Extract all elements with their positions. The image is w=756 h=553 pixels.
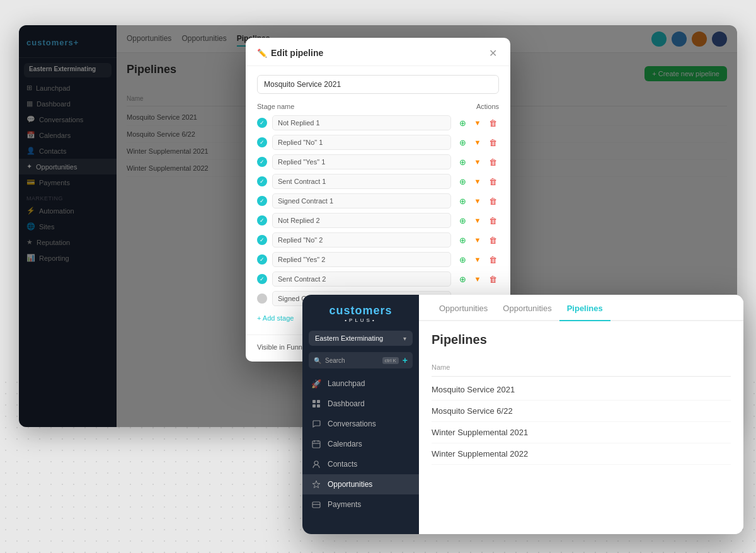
stage-check-icon: ✓ (257, 137, 267, 147)
stage-filter-btn-8[interactable]: ▼ (471, 273, 484, 285)
stage-row-1: ✓ ⊕ ▼ 🗑 (257, 135, 499, 150)
stage-row-2: ✓ ⊕ ▼ 🗑 (257, 154, 499, 169)
stage-row-3: ✓ ⊕ ▼ 🗑 (257, 174, 499, 189)
stage-input-6[interactable] (272, 232, 451, 248)
fg-tab-opportunities-1[interactable]: Opportunities (432, 295, 495, 321)
stage-input-4[interactable] (272, 193, 451, 208)
fg-content: Opportunities Opportunities Pipelines Pi… (419, 295, 743, 534)
stage-filter-btn-6[interactable]: ▼ (471, 234, 484, 246)
fg-logo-sub: •PLUS• (345, 317, 377, 323)
stage-delete-btn-3[interactable]: 🗑 (486, 175, 499, 188)
fg-search-bar[interactable]: 🔍 Search ctrl K + (309, 352, 413, 368)
stage-delete-btn-2[interactable]: 🗑 (486, 156, 499, 168)
fg-nav-contacts[interactable]: Contacts (302, 454, 419, 474)
stage-row-0: ✓ ⊕ ▼ 🗑 (257, 115, 499, 130)
stage-filter-btn-7[interactable]: ▼ (471, 253, 484, 266)
stage-actions-2: ⊕ ▼ 🗑 (456, 156, 499, 168)
stage-check-icon: ✓ (257, 254, 267, 265)
fg-tab-pipelines[interactable]: Pipelines (559, 295, 610, 321)
opportunities-icon (311, 479, 321, 489)
stage-input-0[interactable] (272, 115, 451, 130)
stage-actions-7: ⊕ ▼ 🗑 (456, 253, 499, 266)
stage-add-btn-0[interactable]: ⊕ (456, 117, 469, 129)
stage-input-7[interactable] (272, 252, 451, 267)
stage-check-icon: ✓ (257, 118, 267, 128)
fg-search-text: Search (325, 357, 379, 364)
fg-table-row-0[interactable]: Mosquito Service 2021 (432, 379, 731, 401)
stage-actions-8: ⊕ ▼ 🗑 (456, 273, 499, 285)
stage-filter-btn-3[interactable]: ▼ (471, 175, 484, 188)
stage-delete-btn-4[interactable]: 🗑 (486, 195, 499, 207)
fg-nav-payments[interactable]: Payments (302, 494, 419, 515)
fg-table-row-2[interactable]: Winter Supplemental 2021 (432, 422, 731, 443)
pipeline-name-input[interactable] (257, 75, 499, 94)
fg-nav-dashboard[interactable]: Dashboard (302, 394, 419, 414)
stage-input-3[interactable] (272, 174, 451, 189)
stage-filter-btn-4[interactable]: ▼ (471, 195, 484, 207)
svg-rect-3 (317, 404, 320, 408)
close-button[interactable]: ✕ (486, 47, 499, 59)
actions-label: Actions (476, 103, 499, 110)
launchpad-icon: 🚀 (311, 379, 321, 389)
stage-filter-btn-1[interactable]: ▼ (471, 136, 484, 149)
stage-add-btn-6[interactable]: ⊕ (456, 234, 469, 246)
stage-check-icon: ✓ (257, 157, 267, 167)
fg-nav-launchpad[interactable]: 🚀 Launchpad (302, 373, 419, 394)
stage-input-5[interactable] (272, 213, 451, 228)
stage-check-icon: ✓ (257, 235, 267, 245)
fg-nav-opportunities[interactable]: Opportunities (302, 474, 419, 494)
fg-tab-opportunities-2[interactable]: Opportunities (495, 295, 559, 321)
chevron-down-icon: ▾ (403, 335, 406, 342)
svg-rect-4 (312, 441, 320, 448)
calendar-icon (311, 439, 321, 449)
modal-header: ✏️ Edit pipeline ✕ (246, 38, 510, 66)
stage-input-2[interactable] (272, 154, 451, 169)
fg-table-row-1[interactable]: Mosquito Service 6/22 (432, 401, 731, 422)
stage-row-4: ✓ ⊕ ▼ 🗑 (257, 193, 499, 208)
payments-icon (311, 499, 321, 510)
stage-filter-btn-5[interactable]: ▼ (471, 214, 484, 227)
fg-account-selector[interactable]: Eastern Exterminating ▾ (309, 331, 413, 346)
stage-add-btn-8[interactable]: ⊕ (456, 273, 469, 285)
stage-section-header: Stage name Actions (257, 103, 499, 110)
modal-title: ✏️ Edit pipeline (257, 48, 323, 58)
stage-check-icon: ✓ (257, 215, 267, 225)
stage-add-btn-2[interactable]: ⊕ (456, 156, 469, 168)
stage-delete-btn-7[interactable]: 🗑 (486, 253, 499, 266)
stage-row-6: ✓ ⊕ ▼ 🗑 (257, 232, 499, 248)
stage-input-8[interactable] (272, 271, 451, 287)
stage-actions-0: ⊕ ▼ 🗑 (456, 117, 499, 129)
stage-actions-5: ⊕ ▼ 🗑 (456, 214, 499, 227)
stage-add-btn-5[interactable]: ⊕ (456, 214, 469, 227)
fg-table-row-3[interactable]: Winter Supplemental 2022 (432, 443, 731, 465)
chat-icon (311, 419, 321, 429)
stage-add-btn-7[interactable]: ⊕ (456, 253, 469, 266)
stage-add-btn-3[interactable]: ⊕ (456, 175, 469, 188)
fg-account-name: Eastern Exterminating (315, 334, 383, 342)
stage-name-label: Stage name (257, 103, 294, 110)
foreground-panel: customers •PLUS• Eastern Exterminating ▾… (302, 295, 743, 534)
stage-row-5: ✓ ⊕ ▼ 🗑 (257, 213, 499, 228)
stage-delete-btn-0[interactable]: 🗑 (486, 117, 499, 129)
stage-delete-btn-1[interactable]: 🗑 (486, 136, 499, 149)
stage-add-btn-4[interactable]: ⊕ (456, 195, 469, 207)
stage-delete-btn-6[interactable]: 🗑 (486, 234, 499, 246)
stage-delete-btn-8[interactable]: 🗑 (486, 273, 499, 285)
stage-actions-6: ⊕ ▼ 🗑 (456, 234, 499, 246)
stage-check-icon: ✓ (257, 176, 267, 186)
stage-input-1[interactable] (272, 135, 451, 150)
stage-check-icon: ✓ (257, 274, 267, 284)
stage-delete-btn-5[interactable]: 🗑 (486, 214, 499, 227)
fg-page-title: Pipelines (432, 333, 731, 347)
stage-filter-btn-2[interactable]: ▼ (471, 156, 484, 168)
stage-add-btn-1[interactable]: ⊕ (456, 136, 469, 149)
stage-actions-4: ⊕ ▼ 🗑 (456, 195, 499, 207)
fg-logo: customers •PLUS• (311, 305, 410, 323)
fg-nav-calendars[interactable]: Calendars (302, 434, 419, 454)
svg-rect-2 (312, 404, 316, 408)
stage-filter-btn-0[interactable]: ▼ (471, 117, 484, 129)
stage-uncheck-icon (257, 294, 267, 304)
edit-icon: ✏️ (257, 48, 267, 58)
search-add-icon[interactable]: + (403, 355, 408, 365)
fg-nav-conversations[interactable]: Conversations (302, 414, 419, 434)
